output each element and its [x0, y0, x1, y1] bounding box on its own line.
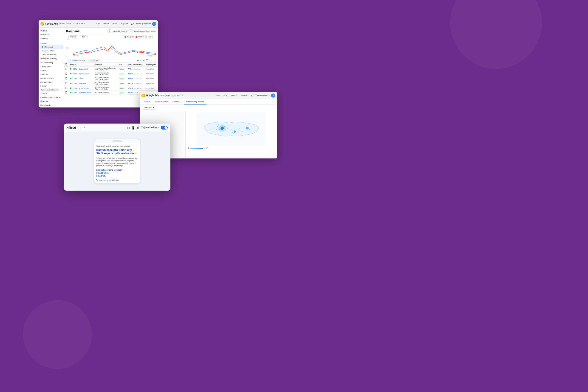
nav-btn-next[interactable]: › — [83, 126, 86, 130]
sidebar-item-lokality[interactable]: Lokality — [38, 84, 64, 88]
row-checkbox-1[interactable] — [65, 68, 67, 70]
campaign-type-1: Ke shlédnutí — [144, 66, 158, 72]
btn-add-filter[interactable]: + Přidat filtr — [88, 59, 100, 62]
th-rozpocet[interactable]: Rozpočet — [94, 63, 117, 66]
svg-point-34 — [254, 126, 255, 128]
view-icon-mobile[interactable]: 📱 — [132, 126, 135, 130]
sidebar-item-konverze[interactable]: Konverze — [38, 72, 64, 76]
ad-url: www.smartgenio.eu/smart-city — [106, 145, 130, 147]
legend-item-value2: 620 Kč — [148, 36, 154, 38]
user-avatar-w2[interactable]: A — [271, 94, 275, 98]
ad-more-icon[interactable]: ⋮ — [136, 145, 138, 148]
subtab-obchod[interactable]: Elektronický obchod — [184, 99, 207, 104]
nav-btn-prev[interactable]: ‹ — [80, 126, 82, 130]
nav-update[interactable]: Aktualiz... — [111, 22, 120, 25]
th-typ[interactable]: Typ kampaně — [144, 63, 158, 66]
campaign-budget-1: ve sdílením rozpočtu Šablony...Průs. 140… — [94, 66, 117, 72]
nav2-insert[interactable]: Vložit — [215, 94, 221, 97]
metric-btn-cena[interactable]: Cena — [80, 35, 88, 38]
th-stav[interactable]: Stav — [117, 63, 126, 66]
row-checkbox-2[interactable] — [65, 72, 67, 75]
nav2-prehled[interactable]: Přihlásit — [222, 94, 229, 97]
ad-sitelink-2[interactable]: Smart Factory — [96, 172, 138, 174]
campaign-score-3: 62,1 % Ke shlédnutí — [126, 76, 145, 81]
toggle-thumb — [164, 126, 167, 129]
icon-segment[interactable]: ≡ — [140, 59, 142, 62]
select-all-checkbox[interactable] — [65, 64, 67, 66]
sidebar-item-statistiky[interactable]: Statistiky — [38, 37, 64, 41]
date-nav-next[interactable]: › — [129, 30, 133, 33]
nav-insert[interactable]: Vložit — [96, 22, 101, 25]
icon-sablu[interactable]: ⋮ — [154, 59, 156, 62]
nav2-aktualiz[interactable]: Aktualiz... — [230, 94, 239, 97]
preview-body: Reklama www.smartgenio.eu/smart-city ⋮ K… — [64, 132, 170, 190]
sidebar-item-kampane[interactable]: Kampaně — [38, 45, 64, 49]
ad-headline[interactable]: Komunikace pro Smart city | Stačí se jen… — [96, 148, 138, 156]
campaign-budget-4: ve sdílením rozpočtu...Průs. 140,00 Kč/d… — [94, 81, 117, 86]
nav-signin[interactable]: Přihlásit — [102, 22, 110, 25]
sidebar-item-zobrazit[interactable]: Zobrazit měsí... ▼ — [38, 80, 64, 84]
date-nav-prev[interactable]: ‹ — [108, 30, 112, 33]
sidebar-item-publika[interactable]: Publika — [38, 68, 64, 72]
icon-skupov[interactable]: ⊞ — [143, 59, 145, 62]
date-link[interactable]: Zobrazit posledních 30 dní — [134, 30, 156, 32]
icon-expand[interactable]: ⛶ — [272, 158, 275, 159]
filter-users-btn[interactable]: Uživatelé ▼ — [142, 106, 156, 110]
ads-logo-icon — [40, 22, 44, 26]
th-score[interactable]: Skóre optimalizace — [126, 63, 145, 66]
row-checkbox-3[interactable] — [65, 78, 67, 80]
campaign-type-3: Ke shlédnutí — [144, 76, 158, 81]
sidebar-item-reklamni[interactable]: Reklamní sestavy — [38, 53, 64, 57]
subtab-web[interactable]: Používání webu — [152, 99, 170, 104]
sidebar-item-klicova[interactable]: Klíčová slova — [38, 64, 64, 68]
nav2-notifications[interactable]: 🔔 1 — [249, 94, 254, 97]
subtab-souhrn[interactable]: Souhrn — [142, 99, 152, 104]
sidebar-item-zarizeni[interactable]: Zařízení — [38, 92, 64, 96]
ad-sitelink-1[interactable]: Komunikaci máme v genech — [96, 169, 138, 171]
icon-grid[interactable]: ⊞ — [268, 158, 270, 159]
table-row: CZ:INI - Digitální panel ve sdílením roz… — [64, 72, 158, 76]
row-checkbox-5[interactable] — [65, 87, 67, 89]
sidebar-item-vstupni[interactable]: Vstupní stránky — [38, 61, 64, 64]
sidebar-item-historicke[interactable]: Historické změny — [38, 76, 64, 80]
table-w1: Kampaň ↓ Rozpočet Stav Skóre optimalizac… — [64, 63, 158, 94]
sidebar-item-skupiny[interactable]: Skupiny reklam — [38, 49, 64, 53]
campaign-budget-3: ve sdílením rozpočtu...Průs. 140,00 Kč/d… — [94, 76, 117, 81]
mobile-phone-frame: Reklama www.smartgenio.eu/smart-city ⋮ K… — [94, 139, 140, 184]
btn-add-segment[interactable]: + Stav kampaní: Všechny — [66, 59, 86, 62]
sidebar-item-casove[interactable]: Časové rozpětí reklam ▼ — [38, 88, 64, 92]
sidebar-item-koncepty[interactable]: Koncepty — [38, 99, 64, 103]
ad-call-extension[interactable]: 📞 Zavolat na 602 220 899 — [96, 178, 138, 181]
row-checkbox-4[interactable] — [65, 82, 67, 84]
sidebar-item-pomocnik[interactable]: Pomocníka správce nabídek — [38, 96, 64, 99]
view-icon-split[interactable]: ⊡ — [127, 126, 130, 130]
toggle-track[interactable] — [161, 126, 168, 130]
ad-sitelink-3[interactable]: Smart City — [96, 175, 138, 177]
svg-point-15 — [224, 126, 225, 127]
sidebar-item-doporuceni[interactable]: Doporučení — [38, 33, 64, 37]
nav-notifications[interactable]: 🔔 1 — [130, 22, 135, 25]
campaign-type-4: Ke shlédnutí — [144, 81, 158, 86]
sidebar-item-vyk-cile[interactable]: Výkonnostní cíle — [38, 107, 64, 108]
metric-btn-prekliky[interactable]: Prekliky — [68, 35, 78, 38]
view-icon-desktop[interactable]: 🖥 — [137, 126, 140, 130]
svg-point-13 — [217, 126, 218, 127]
nav-help[interactable]: Nápověď — [120, 22, 128, 25]
campaign-budget-5: ve sdílením rozpočtu...Průs. 140,00 Kč/d… — [94, 86, 117, 91]
sidebar-item-reklamy[interactable]: Reklamy a podklady — [38, 57, 64, 61]
filter-label: Uživatelé — [144, 107, 152, 109]
sidebar-item-prehled[interactable]: Přehled — [38, 29, 64, 33]
user-avatar-w1[interactable]: A — [152, 22, 156, 26]
icon-rozbalit[interactable]: ↕ — [152, 59, 153, 62]
th-kampan[interactable]: Kampaň ↓ — [69, 63, 94, 66]
row-checkbox-6[interactable] — [65, 92, 67, 94]
icon-stahnout[interactable]: ↓ — [149, 59, 150, 62]
nav-btns-w3: ‹ › — [80, 126, 86, 130]
subtab-sada[interactable]: Sada cílů 1 — [170, 99, 184, 104]
nav2-napoveda[interactable]: Nápověď — [240, 94, 248, 97]
icon-module[interactable]: ⊞ — [137, 59, 139, 62]
sidebar-item-experimenty[interactable]: Experimenty ▼ — [38, 103, 64, 107]
icon-prehled[interactable]: ☰ — [146, 59, 148, 62]
filter-bar-w2: Uživatelé ▼ — [140, 105, 277, 111]
preview-title: Náhled — [66, 126, 76, 129]
